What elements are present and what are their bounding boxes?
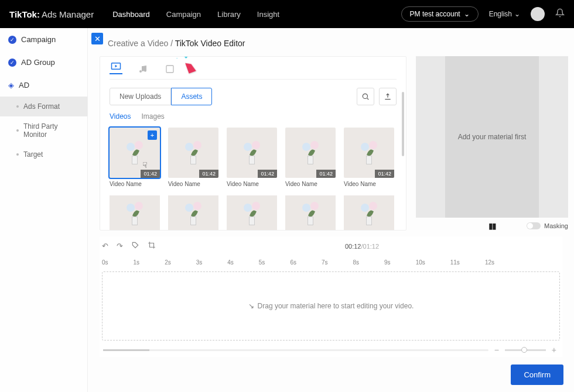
video-clip[interactable]: + 01:42 ☟ Video Name	[110, 128, 160, 187]
undo-icon[interactable]: ↶	[102, 242, 108, 250]
clip-name: Video Name	[168, 181, 218, 187]
footer: Confirm	[511, 365, 563, 385]
video-clip[interactable]: 01:42Video Name	[285, 128, 336, 187]
bulb-icon: ◈	[8, 81, 14, 90]
bell-icon[interactable]	[555, 8, 565, 20]
clip-name: Video Name	[110, 181, 160, 187]
account-switcher[interactable]: PM test account ⌄	[401, 6, 479, 22]
clip-duration: 01:42	[258, 170, 277, 178]
preview-controls: ▮▮ Masking	[416, 218, 568, 234]
confirm-button[interactable]: Confirm	[511, 365, 563, 385]
clip-name: Video Name	[285, 181, 336, 187]
top-header: TikTok: Ads Manager Dashboard Campaign L…	[0, 0, 574, 28]
music-type-tab[interactable]	[136, 64, 149, 74]
brand-logo: TikTok: Ads Manager	[9, 9, 94, 19]
preview-panel: Add your material first ▮▮ Masking	[416, 56, 568, 234]
sidebar-sub-monitor[interactable]: Third Party Monitor	[0, 116, 87, 145]
zoom-slider[interactable]	[505, 349, 546, 351]
avatar[interactable]	[531, 7, 545, 21]
sidebar-sub-label: Target	[23, 150, 43, 159]
video-clip[interactable]: 01:42Video Name	[168, 128, 218, 187]
clip-thumbnail[interactable]	[344, 195, 394, 231]
tab-videos[interactable]: Videos	[110, 112, 131, 121]
clip-thumbnail[interactable]: 01:42	[285, 128, 336, 178]
brand-name: TikTok:	[9, 9, 40, 19]
library-scrollbar[interactable]	[402, 92, 404, 156]
tag-icon[interactable]	[131, 241, 139, 251]
clip-name: Video Name	[227, 181, 277, 187]
masking-control: Masking	[527, 222, 568, 229]
bullet-icon	[16, 129, 19, 132]
media-type-tabs	[110, 64, 397, 80]
zoom-out-button[interactable]: −	[492, 345, 501, 355]
tab-images[interactable]: Images	[141, 112, 164, 121]
tick: 1s	[134, 259, 140, 266]
redo-icon[interactable]: ↷	[117, 242, 123, 250]
chevron-down-icon: ⌄	[464, 10, 470, 18]
breadcrumb-parent[interactable]: Creative a Video	[108, 39, 168, 48]
svg-rect-1	[166, 66, 173, 73]
clip-thumbnail[interactable]	[110, 195, 160, 231]
sidebar: ✓Campaign ✓AD Group ◈AD Ads Format Third…	[0, 28, 88, 392]
masking-toggle[interactable]	[527, 222, 541, 229]
tab-assets[interactable]: Assets	[171, 88, 212, 105]
timeline-track[interactable]: ↘ Drag your material here to start editi…	[102, 271, 560, 341]
nav-library[interactable]: Library	[217, 10, 241, 19]
sidebar-label: AD	[19, 81, 29, 90]
time-total: 01:12	[363, 243, 380, 250]
brand-sub: Ads Manager	[42, 9, 94, 19]
language-label: English	[489, 10, 512, 18]
masking-label: Masking	[544, 222, 568, 229]
check-icon: ✓	[8, 36, 16, 44]
sidebar-sub-adsformat[interactable]: Ads Format	[0, 97, 87, 116]
tick: 3s	[196, 259, 203, 266]
sidebar-sub-target[interactable]: Target	[0, 145, 87, 164]
video-type-tab[interactable]	[110, 64, 122, 74]
clip-grid: + 01:42 ☟ Video Name 01:42Video Name 01:…	[110, 128, 397, 187]
clip-thumbnail[interactable]: 01:42	[168, 128, 218, 178]
video-clip[interactable]: 01:42Video Name	[344, 128, 394, 187]
clip-thumbnail[interactable]	[168, 195, 218, 231]
timeline-tools: ↶ ↷ 00:12/01:12	[100, 236, 562, 256]
tick: 5s	[259, 259, 265, 266]
sidebar-item-campaign[interactable]: ✓Campaign	[0, 28, 87, 51]
clip-thumbnail[interactable]: 01:42	[227, 128, 277, 178]
clip-thumbnail[interactable]	[227, 195, 277, 231]
sidebar-item-adgroup[interactable]: ✓AD Group	[0, 51, 87, 74]
clip-thumbnail[interactable]: 01:42	[344, 128, 394, 178]
language-switcher[interactable]: English ⌄	[489, 10, 520, 18]
sidebar-item-ad[interactable]: ◈AD	[0, 74, 87, 97]
upload-button[interactable]	[379, 88, 397, 105]
timeline-scrollbar[interactable]	[103, 349, 488, 351]
timeline-ruler[interactable]: 0s 1s 2s 3s 4s 5s 6s 7s 8s 9s 10s 11s 12…	[100, 256, 562, 269]
bullet-icon	[16, 105, 19, 108]
media-subtype-tabs: Videos Images	[110, 112, 397, 121]
video-clip[interactable]: 01:42Video Name	[227, 128, 277, 187]
close-panel-button[interactable]: ✕	[91, 33, 103, 44]
sparkle-icon: ·	[176, 56, 177, 61]
pause-button[interactable]: ▮▮	[488, 221, 496, 231]
clip-name: Video Name	[344, 181, 394, 187]
top-nav: Dashboard Campaign Library Insight	[112, 10, 279, 19]
timeline: ↶ ↷ 00:12/01:12 0s 1s 2s 3s 4s 5s 6s 7s …	[100, 236, 562, 357]
tick: 2s	[165, 259, 171, 266]
clip-thumbnail[interactable]	[285, 195, 336, 231]
crop-icon[interactable]	[148, 241, 156, 251]
nav-insight[interactable]: Insight	[257, 10, 279, 19]
text-type-tab[interactable]	[163, 64, 176, 74]
nav-dashboard[interactable]: Dashboard	[112, 10, 150, 19]
clip-thumbnail[interactable]: + 01:42 ☟	[110, 128, 160, 178]
nav-campaign[interactable]: Campaign	[166, 10, 201, 19]
tick: 0s	[102, 259, 108, 266]
tab-new-uploads[interactable]: New Uploads	[110, 88, 171, 105]
zoom-in-button[interactable]: +	[549, 345, 559, 355]
search-button[interactable]	[357, 88, 374, 105]
drop-hint: Drag your material here to start editing…	[258, 302, 414, 310]
breadcrumb-current: TikTok Video Editor	[175, 39, 245, 48]
add-clip-button[interactable]: +	[148, 130, 157, 140]
sidebar-label: Campaign	[21, 35, 56, 44]
drop-arrow-icon: ↘	[248, 302, 254, 310]
tick: 4s	[227, 259, 234, 266]
account-label: PM test account	[410, 10, 460, 18]
clip-duration: 01:42	[316, 170, 336, 178]
